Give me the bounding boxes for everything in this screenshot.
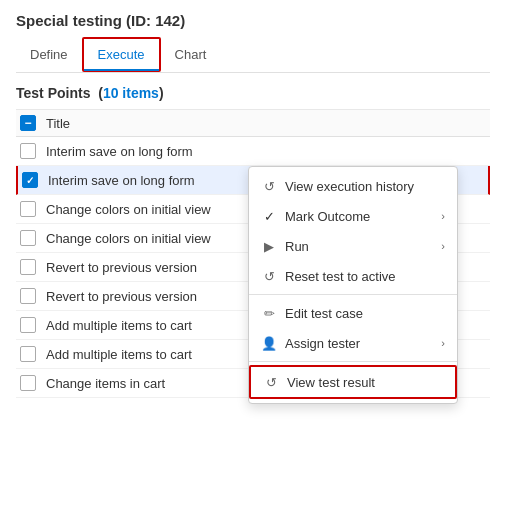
- row-label: Change colors on initial view: [46, 202, 211, 217]
- row-checkbox[interactable]: [20, 201, 36, 217]
- menu-item-mark-outcome[interactable]: ✓ Mark Outcome ›: [249, 201, 457, 231]
- arrow-icon: ›: [441, 240, 445, 252]
- tabs-container: Define Execute Chart: [16, 37, 490, 73]
- tab-chart[interactable]: Chart: [161, 37, 221, 72]
- tab-execute[interactable]: Execute: [82, 37, 161, 72]
- page-header: Special testing (ID: 142) Define Execute…: [0, 0, 506, 73]
- menu-label: View test result: [287, 375, 375, 390]
- row-checkbox[interactable]: [20, 346, 36, 362]
- context-menu: ↺ View execution history ✓ Mark Outcome …: [248, 166, 458, 404]
- row-label: Add multiple items to cart: [46, 318, 192, 333]
- reset-icon: ↺: [261, 268, 277, 284]
- menu-item-edit-test-case[interactable]: ✏ Edit test case: [249, 298, 457, 328]
- table-row[interactable]: Interim save on long form ↺ View executi…: [16, 166, 490, 195]
- tab-define[interactable]: Define: [16, 37, 82, 72]
- result-icon: ↺: [263, 374, 279, 390]
- edit-icon: ✏: [261, 305, 277, 321]
- menu-label: Mark Outcome: [285, 209, 370, 224]
- row-label: Add multiple items to cart: [46, 347, 192, 362]
- history-icon: ↺: [261, 178, 277, 194]
- menu-item-assign-tester[interactable]: 👤 Assign tester ›: [249, 328, 457, 358]
- arrow-icon: ›: [441, 210, 445, 222]
- row-checkbox[interactable]: [20, 317, 36, 333]
- menu-item-view-execution-history[interactable]: ↺ View execution history: [249, 171, 457, 201]
- row-label: Interim save on long form: [48, 173, 195, 188]
- test-points-section: Test Points (10 items) Title Interim sav…: [0, 73, 506, 398]
- list-header-row: Title: [16, 110, 490, 137]
- menu-item-view-test-result[interactable]: ↺ View test result: [249, 365, 457, 399]
- run-icon: ▶: [261, 238, 277, 254]
- row-checkbox[interactable]: [20, 288, 36, 304]
- page-title: Special testing (ID: 142): [16, 12, 490, 29]
- menu-label: Reset test to active: [285, 269, 396, 284]
- menu-divider: [249, 294, 457, 295]
- row-label: Revert to previous version: [46, 260, 197, 275]
- menu-label: Assign tester: [285, 336, 360, 351]
- assign-icon: 👤: [261, 335, 277, 351]
- row-label: Interim save on long form: [46, 144, 193, 159]
- checkmark-icon: ✓: [261, 208, 277, 224]
- menu-label: View execution history: [285, 179, 414, 194]
- menu-label: Edit test case: [285, 306, 363, 321]
- table-row[interactable]: Interim save on long form: [16, 137, 490, 166]
- row-checkbox[interactable]: [20, 230, 36, 246]
- row-checkbox[interactable]: [20, 375, 36, 391]
- column-header-title: Title: [46, 116, 70, 131]
- row-label: Revert to previous version: [46, 289, 197, 304]
- row-checkbox[interactable]: [22, 172, 38, 188]
- menu-item-run[interactable]: ▶ Run ›: [249, 231, 457, 261]
- section-title: Test Points (10 items): [16, 85, 490, 101]
- arrow-icon: ›: [441, 337, 445, 349]
- menu-divider: [249, 361, 457, 362]
- menu-item-reset-test[interactable]: ↺ Reset test to active: [249, 261, 457, 291]
- row-label: Change items in cart: [46, 376, 165, 391]
- test-list: Title Interim save on long form Interim …: [16, 109, 490, 398]
- row-checkbox[interactable]: [20, 259, 36, 275]
- menu-label: Run: [285, 239, 309, 254]
- row-label: Change colors on initial view: [46, 231, 211, 246]
- row-checkbox[interactable]: [20, 143, 36, 159]
- select-all-checkbox[interactable]: [20, 115, 36, 131]
